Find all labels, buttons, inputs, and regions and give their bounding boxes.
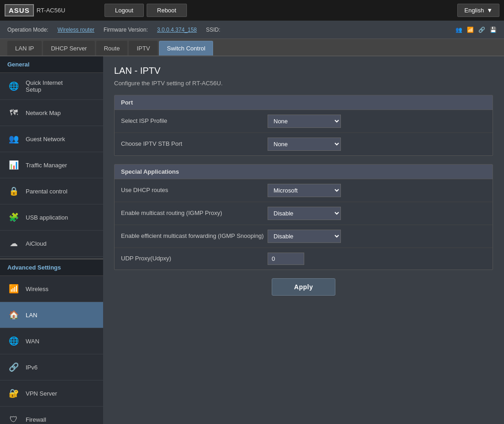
sidebar-item-label: LAN: [26, 312, 37, 319]
tab-route[interactable]: Route: [96, 41, 128, 55]
firmware-label: Firmware Version:: [104, 27, 148, 33]
special-applications-header: Special Applications: [115, 165, 493, 179]
udp-proxy-input[interactable]: [268, 253, 304, 265]
igmp-proxy-select[interactable]: Disable Enable: [268, 207, 341, 220]
info-icons: 👥 📶 🔗 💾: [455, 27, 497, 33]
sidebar-item-label: Wireless: [26, 286, 49, 292]
sidebar: General 🌐 Quick InternetSetup 🗺 Network …: [0, 56, 103, 424]
sidebar-item-lan[interactable]: 🏠 LAN: [0, 302, 103, 328]
tab-dhcp-server[interactable]: DHCP Server: [43, 41, 95, 55]
port-section-header: Port: [115, 95, 493, 110]
sidebar-item-usb-application[interactable]: 🧩 USB application: [0, 204, 103, 231]
sidebar-item-label: Quick InternetSetup: [26, 79, 63, 93]
wan-icon: 🌐: [7, 335, 20, 347]
logout-button[interactable]: Logout: [104, 4, 144, 17]
sidebar-item-quick-internet-setup[interactable]: 🌐 Quick InternetSetup: [0, 73, 103, 100]
isp-profile-row: Select ISP Profile None Other: [115, 110, 493, 133]
sidebar-item-label: IPv6: [26, 364, 38, 371]
general-section-title: General: [0, 56, 103, 73]
sidebar-item-ipv6[interactable]: 🔗 IPv6: [0, 354, 103, 380]
sidebar-item-label: USB application: [26, 214, 68, 221]
sidebar-item-label: Network Map: [26, 110, 61, 116]
traffic-manager-icon: 📊: [7, 159, 20, 171]
ssid-label: SSID:: [206, 27, 220, 33]
language-label: English: [464, 7, 484, 14]
top-right: English ▼: [457, 4, 499, 17]
sidebar-item-wan[interactable]: 🌐 WAN: [0, 328, 103, 354]
reboot-button[interactable]: Reboot: [147, 4, 187, 17]
igmp-snooping-row: Enable efficient multicast forwarding (I…: [115, 225, 493, 248]
top-bar: ASUS RT-AC56U Logout Reboot English ▼: [0, 0, 504, 21]
parental-control-icon: 🔒: [7, 185, 20, 198]
iptv-stb-port-label: Choose IPTV STB Port: [121, 140, 268, 148]
vpn-server-icon: 🔐: [7, 387, 20, 400]
advanced-section-title: Advanced Settings: [0, 259, 103, 276]
sidebar-item-label: WAN: [26, 338, 39, 345]
iptv-stb-port-control: None LAN1 LAN2 LAN3 LAN4: [268, 138, 486, 151]
language-button[interactable]: English ▼: [457, 4, 499, 17]
network-map-icon: 🗺: [7, 106, 20, 119]
dhcp-routes-label: Use DHCP routes: [121, 186, 268, 194]
sidebar-item-label: Parental control: [26, 188, 67, 195]
info-bar: Operation Mode: Wireless router Firmware…: [0, 21, 504, 39]
sidebar-item-label: Guest Network: [26, 136, 65, 143]
aicloud-icon: ☁: [7, 237, 20, 250]
igmp-snooping-label: Enable efficient multicast forwarding (I…: [121, 232, 268, 240]
firewall-icon: 🛡: [7, 413, 20, 424]
isp-profile-label: Select ISP Profile: [121, 117, 268, 125]
language-arrow-icon: ▼: [487, 7, 493, 14]
share-icon[interactable]: 🔗: [478, 27, 485, 33]
udp-proxy-row: UDP Proxy(Udpxy): [115, 248, 493, 270]
isp-profile-select[interactable]: None Other: [268, 115, 341, 128]
igmp-snooping-select[interactable]: Disable Enable: [268, 230, 341, 243]
storage-icon[interactable]: 💾: [490, 27, 497, 33]
connection-icon[interactable]: 📶: [467, 27, 474, 33]
igmp-proxy-row: Enable multicast routing (IGMP Proxy) Di…: [115, 202, 493, 225]
sidebar-item-wireless[interactable]: 📶 Wireless: [0, 276, 103, 302]
content-area: LAN - IPTV Configure the IPTV setting of…: [103, 56, 504, 424]
guest-network-icon: 👥: [7, 132, 20, 145]
tab-iptv[interactable]: IPTV: [129, 41, 158, 55]
sidebar-item-vpn-server[interactable]: 🔐 VPN Server: [0, 380, 103, 407]
sidebar-item-aicloud[interactable]: ☁ AiCloud: [0, 231, 103, 257]
udp-proxy-control: [268, 253, 486, 265]
asus-logo-text: ASUS: [5, 4, 34, 17]
sidebar-item-label: VPN Server: [26, 390, 57, 397]
tab-lan-ip[interactable]: LAN IP: [7, 41, 42, 55]
port-section: Port Select ISP Profile None Other Choos…: [114, 95, 493, 156]
sidebar-item-firewall[interactable]: 🛡 Firewall: [0, 407, 103, 424]
sidebar-item-traffic-manager[interactable]: 📊 Traffic Manager: [0, 152, 103, 178]
usb-application-icon: 🧩: [7, 211, 20, 224]
quick-setup-icon: 🌐: [7, 80, 20, 93]
main-layout: General 🌐 Quick InternetSetup 🗺 Network …: [0, 56, 504, 424]
sidebar-item-guest-network[interactable]: 👥 Guest Network: [0, 126, 103, 152]
igmp-snooping-control: Disable Enable: [268, 230, 486, 243]
udp-proxy-label: UDP Proxy(Udpxy): [121, 254, 268, 263]
isp-profile-control: None Other: [268, 115, 486, 128]
apply-button[interactable]: Apply: [272, 278, 335, 296]
tabs-bar: LAN IP DHCP Server Route IPTV Switch Con…: [0, 39, 504, 56]
sidebar-item-label: Firewall: [26, 416, 46, 423]
operation-mode-label: Operation Mode:: [7, 27, 48, 33]
dhcp-routes-row: Use DHCP routes Microsoft No Yes: [115, 179, 493, 202]
top-bar-buttons: Logout Reboot: [104, 4, 454, 17]
igmp-proxy-label: Enable multicast routing (IGMP Proxy): [121, 209, 268, 217]
dhcp-routes-control: Microsoft No Yes: [268, 184, 486, 197]
operation-mode-value[interactable]: Wireless router: [57, 27, 94, 33]
special-applications-section: Special Applications Use DHCP routes Mic…: [114, 164, 493, 270]
dhcp-routes-select[interactable]: Microsoft No Yes: [268, 184, 341, 197]
iptv-stb-port-row: Choose IPTV STB Port None LAN1 LAN2 LAN3…: [115, 133, 493, 155]
tab-switch-control[interactable]: Switch Control: [159, 41, 213, 55]
sidebar-item-label: Traffic Manager: [26, 162, 67, 169]
apply-row: Apply: [114, 278, 493, 296]
users-icon[interactable]: 👥: [455, 27, 462, 33]
wireless-icon: 📶: [7, 282, 20, 295]
sidebar-item-network-map[interactable]: 🗺 Network Map: [0, 100, 103, 126]
page-desc: Configure the IPTV setting of RT-AC56U.: [114, 80, 493, 87]
ipv6-icon: 🔗: [7, 361, 20, 374]
sidebar-item-parental-control[interactable]: 🔒 Parental control: [0, 178, 103, 204]
iptv-stb-port-select[interactable]: None LAN1 LAN2 LAN3 LAN4: [268, 138, 341, 151]
firmware-value[interactable]: 3.0.0.4.374_158: [157, 27, 197, 33]
logo-area: ASUS RT-AC56U: [5, 4, 101, 17]
sidebar-item-label: AiCloud: [26, 240, 47, 247]
